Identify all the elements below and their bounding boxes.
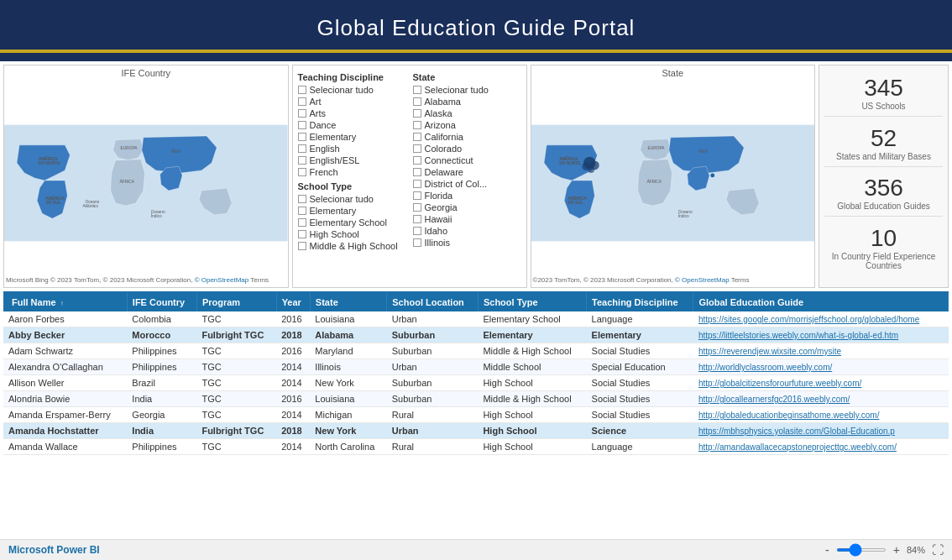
state-filter-alaska[interactable]: Alaska [413,107,521,119]
svg-text:Índico: Índico [151,213,162,218]
table-row: Amanda HochstatterIndiaFulbright TGC2018… [3,423,949,439]
state-filter-arizona[interactable]: Arizona [413,119,521,131]
td-filter-english-esl[interactable]: English/ESL [298,154,406,166]
stat-countries: 10 In Country Field Experience Countries [824,226,943,275]
td-filter-elementary[interactable]: Elementary [298,131,406,143]
ife-country-map-panel[interactable]: IFE Country [3,65,289,288]
state-checkbox-selecionar[interactable] [413,86,421,94]
state-checkbox-idaho[interactable] [413,227,421,235]
state-checkbox-connecticut[interactable] [413,156,421,165]
td-checkbox-english-esl[interactable] [298,156,306,165]
table-row: Allison WellerBrazilTGC2014New YorkSubur… [3,375,949,391]
col-state[interactable]: State [310,293,386,311]
st-checkbox-elementary[interactable] [298,207,306,215]
main-content: IFE Country [0,61,952,539]
zoom-minus[interactable]: - [825,543,829,557]
state-checkbox-colorado[interactable] [413,144,421,153]
svg-text:DO SUL: DO SUL [45,201,60,205]
st-checkbox-middle-high[interactable] [298,242,306,250]
guide-link[interactable]: http://globaleducationbeginsathome.weebl… [698,411,880,420]
state-filter-colorado[interactable]: Colorado [413,143,521,154]
col-program[interactable]: Program [196,293,276,311]
guide-link[interactable]: https://mbhsphysics.yolasite.com/Global-… [698,427,895,436]
td-filter-french[interactable]: French [298,166,406,178]
st-filter-selecionar[interactable]: Selecionar tudo [298,193,406,205]
svg-text:EUROPA: EUROPA [647,146,665,150]
state-filter-selecionar[interactable]: Selecionar tudo [413,84,521,96]
state-filter-georgia[interactable]: Georgia [413,201,521,213]
guide-link[interactable]: http://worldlyclassroom.weebly.com/ [698,363,832,372]
state-checkbox-dc[interactable] [413,180,421,188]
zoom-slider[interactable] [836,548,887,552]
td-checkbox-dance[interactable] [298,121,306,129]
td-filter-art[interactable]: Art [298,96,406,107]
col-teaching-discipline[interactable]: Teaching Discipline [587,293,693,311]
td-checkbox-art[interactable] [298,97,306,106]
td-checkbox-elementary[interactable] [298,133,306,141]
state-filter-delaware[interactable]: Delaware [413,166,521,178]
data-table-section: Full Name ↑ IFE Country Program Year Sta… [3,291,949,536]
guide-link[interactable]: https://reverendjew.wixsite.com/mysite [698,347,841,356]
st-filter-middle-high[interactable]: Middle & High School [298,240,406,252]
col-full-name[interactable]: Full Name ↑ [3,293,127,311]
svg-text:DO NORTE: DO NORTE [559,161,581,165]
zoom-plus[interactable]: + [893,543,900,557]
td-checkbox-arts[interactable] [298,109,306,118]
stat-us-schools-number: 345 [824,76,943,102]
col-school-type[interactable]: School Type [478,293,586,311]
st-filter-elementary-school[interactable]: Elementary School [298,217,406,228]
col-year[interactable]: Year [276,293,310,311]
col-ife-country[interactable]: IFE Country [127,293,196,311]
state-filter-dc[interactable]: District of Col... [413,178,521,190]
st-filter-elementary[interactable]: Elementary [298,205,406,217]
guide-link[interactable]: http://glocallearnersfgc2016.weebly.com/ [698,395,850,404]
td-checkbox-selecionar[interactable] [298,86,306,94]
td-filter-dance[interactable]: Dance [298,119,406,131]
state-checkbox-illinois[interactable] [413,238,421,247]
state-filter-hawaii[interactable]: Hawaii [413,213,521,225]
st-checkbox-high-school[interactable] [298,230,306,238]
st-checkbox-elementary-school[interactable] [298,218,306,227]
col-school-location[interactable]: School Location [387,293,479,311]
state-checkbox-delaware[interactable] [413,168,421,176]
guide-link[interactable]: http://globalcitizensforourfuture.weebly… [698,379,861,388]
state-checkbox-georgia[interactable] [413,203,421,212]
svg-text:Índico: Índico [677,213,688,218]
stat-guides-number: 356 [824,175,943,201]
guide-link[interactable]: http://amandawallacecapstoneprojecttgc.w… [698,442,897,452]
td-filter-english[interactable]: English [298,143,406,154]
td-filter-arts[interactable]: Arts [298,107,406,119]
power-bi-brand[interactable]: Microsoft Power BI [8,544,100,556]
guide-link[interactable]: https://littleelstories.weebly.com/what-… [698,331,898,340]
state-checkbox-arizona[interactable] [413,121,421,129]
state-filter-california[interactable]: California [413,131,521,143]
st-checkbox-selecionar[interactable] [298,195,306,203]
ife-country-map-title: IFE Country [4,65,288,81]
table-row: Alexandra O'CallaghanPhilippinesTGC2014I… [3,359,949,375]
state-map-panel[interactable]: State [531,65,816,288]
state-filter-alabama[interactable]: Alabama [413,96,521,107]
td-checkbox-french[interactable] [298,168,306,176]
state-filter-illinois[interactable]: Illinois [413,237,521,249]
state-filter-idaho[interactable]: Idaho [413,225,521,237]
stat-us-schools: 345 US Schools [824,76,943,117]
page-wrapper: Global Education Guide Portal IFE Countr… [0,0,952,560]
fullscreen-icon[interactable]: ⛶ [932,543,944,557]
td-checkbox-english[interactable] [298,144,306,153]
td-filter-selecionar[interactable]: Selecionar tudo [298,84,406,96]
state-map-attribution: ©2023 TomTom, © 2023 Microsoft Corporati… [533,276,750,284]
guide-link[interactable]: https://sites.google.com/morrisjeffschoo… [698,315,919,324]
state-checkbox-florida[interactable] [413,191,421,200]
col-guide[interactable]: Global Education Guide [693,293,949,311]
state-filter-florida[interactable]: Florida [413,190,521,201]
state-checkbox-alaska[interactable] [413,109,421,118]
state-map-title: State [531,65,815,81]
st-filter-high-school[interactable]: High School [298,228,406,240]
stat-guides-label: Global Education Guides [824,201,943,211]
state-checkbox-hawaii[interactable] [413,215,421,223]
state-filter-connecticut[interactable]: Connecticut [413,154,521,166]
state-filter-label: State [413,72,521,82]
state-map-svg: AMÉRICA DO NORTE AMÉRICA DO SUL EUROPA Á… [531,81,815,285]
state-checkbox-alabama[interactable] [413,97,421,106]
state-checkbox-california[interactable] [413,133,421,141]
